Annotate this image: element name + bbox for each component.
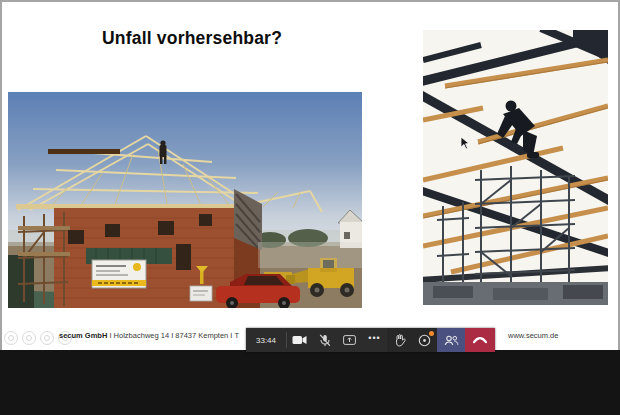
meeting-window: Unfall vorhersehbar?: [0, 0, 620, 415]
camera-button[interactable]: [287, 328, 312, 352]
raise-hand-button[interactable]: [387, 328, 412, 352]
mouse-cursor: [460, 136, 470, 150]
more-options-button[interactable]: •••: [362, 328, 387, 352]
presenter-controls: [4, 331, 72, 345]
construction-sign: [92, 260, 146, 288]
mic-button[interactable]: [312, 328, 337, 352]
slide-title: Unfall vorhersehbar?: [102, 28, 282, 49]
photo-house-construction: [8, 92, 362, 308]
mic-muted-icon: [319, 334, 331, 347]
more-slideshow-options-icon[interactable]: [58, 331, 72, 345]
all-slides-icon[interactable]: [22, 331, 36, 345]
slide-footer-address: secum GmbH I Holzbachweg 14 I 87437 Kemp…: [59, 331, 239, 340]
footer-address: I Holzbachweg 14 I 87437 Kempten I T: [107, 331, 239, 340]
photo-steel-beams-worker: [423, 30, 608, 305]
pen-icon[interactable]: [4, 331, 18, 345]
meeting-toolbar: 33:44 •••: [246, 328, 495, 352]
hang-up-button[interactable]: [465, 328, 495, 352]
notification-dot: [429, 331, 434, 336]
more-options-icon: •••: [368, 334, 380, 347]
zoom-icon[interactable]: [40, 331, 54, 345]
share-screen-icon: [343, 335, 356, 345]
participants-bar: B AK OA PL Löchle, Peter: [0, 350, 620, 415]
meeting-timer: 33:44: [246, 328, 286, 352]
slide-footer-url: www.secum.de: [508, 331, 558, 340]
hang-up-icon: [472, 336, 488, 344]
people-button[interactable]: [437, 328, 465, 352]
people-icon: [444, 335, 459, 346]
presentation-slide: Unfall vorhersehbar?: [0, 0, 620, 350]
raise-hand-icon: [394, 334, 406, 347]
share-screen-button[interactable]: [337, 328, 362, 352]
camera-on-icon: [292, 335, 307, 345]
reactions-button[interactable]: [412, 328, 437, 352]
